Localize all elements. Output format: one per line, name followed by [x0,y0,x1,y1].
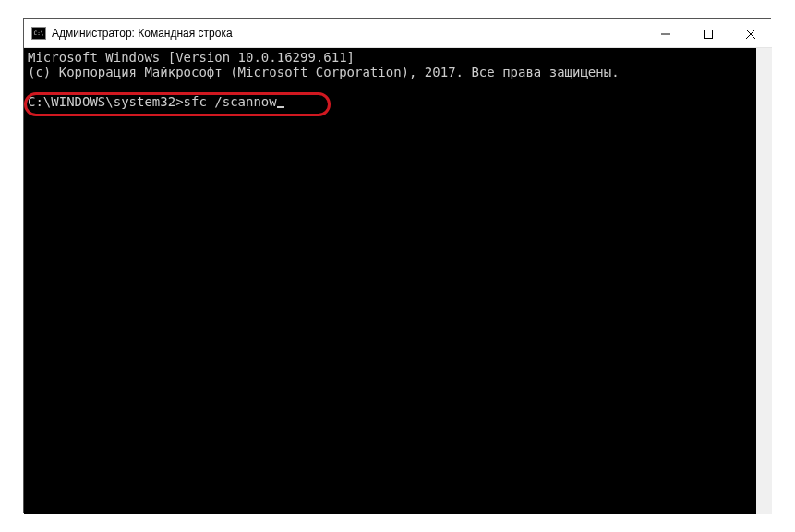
output-line: Microsoft Windows [Version 10.0.16299.61… [28,50,355,65]
maximize-button[interactable] [687,19,729,48]
window-title: Администратор: Командная строка [52,27,644,40]
minimize-button[interactable] [644,19,687,48]
titlebar[interactable]: Администратор: Командная строка [24,19,772,48]
prompt: C:\WINDOWS\system32> [28,94,184,109]
terminal[interactable]: Microsoft Windows [Version 10.0.16299.61… [24,48,756,514]
scrollbar-thumb[interactable] [756,48,772,514]
window-controls [644,19,772,47]
vertical-scrollbar[interactable] [756,48,772,514]
window-frame: Администратор: Командная строка Microsof… [23,18,771,513]
close-button[interactable] [729,19,772,48]
cmd-icon [31,27,46,40]
terminal-area: Microsoft Windows [Version 10.0.16299.61… [24,48,772,514]
command-input[interactable]: sfc /scannow [184,94,277,109]
svg-rect-1 [705,30,713,38]
cmd-window: Администратор: Командная строка Microsof… [24,19,772,514]
cursor [277,106,284,108]
output-line: (c) Корпорация Майкрософт (Microsoft Cor… [28,65,620,79]
